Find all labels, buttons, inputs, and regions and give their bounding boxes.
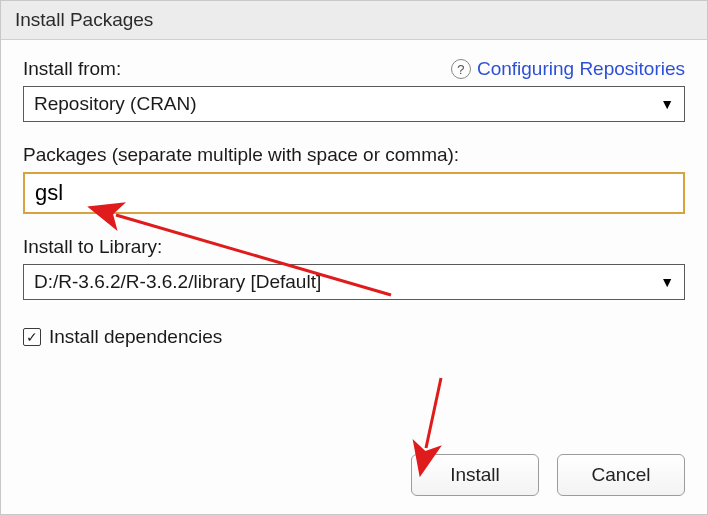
annotation-arrow bbox=[426, 378, 441, 448]
chevron-down-icon: ▼ bbox=[660, 96, 674, 112]
install-button[interactable]: Install bbox=[411, 454, 539, 496]
install-packages-dialog: Install Packages Install from: ? Configu… bbox=[0, 0, 708, 515]
install-from-select[interactable]: Repository (CRAN) ▼ bbox=[23, 86, 685, 122]
packages-input[interactable] bbox=[23, 172, 685, 214]
install-dependencies-label: Install dependencies bbox=[49, 326, 222, 348]
dialog-title: Install Packages bbox=[1, 1, 707, 40]
help-link-text: Configuring Repositories bbox=[477, 58, 685, 80]
help-icon: ? bbox=[451, 59, 471, 79]
chevron-down-icon: ▼ bbox=[660, 274, 674, 290]
install-from-label: Install from: bbox=[23, 58, 121, 80]
install-dependencies-checkbox[interactable]: ✓ bbox=[23, 328, 41, 346]
install-to-library-value: D:/R-3.6.2/R-3.6.2/library [Default] bbox=[34, 271, 321, 293]
configuring-repositories-link[interactable]: ? Configuring Repositories bbox=[451, 58, 685, 80]
cancel-button[interactable]: Cancel bbox=[557, 454, 685, 496]
install-from-value: Repository (CRAN) bbox=[34, 93, 197, 115]
packages-label: Packages (separate multiple with space o… bbox=[23, 144, 685, 166]
install-to-library-select[interactable]: D:/R-3.6.2/R-3.6.2/library [Default] ▼ bbox=[23, 264, 685, 300]
install-to-library-label: Install to Library: bbox=[23, 236, 685, 258]
dialog-content: Install from: ? Configuring Repositories… bbox=[1, 40, 707, 514]
